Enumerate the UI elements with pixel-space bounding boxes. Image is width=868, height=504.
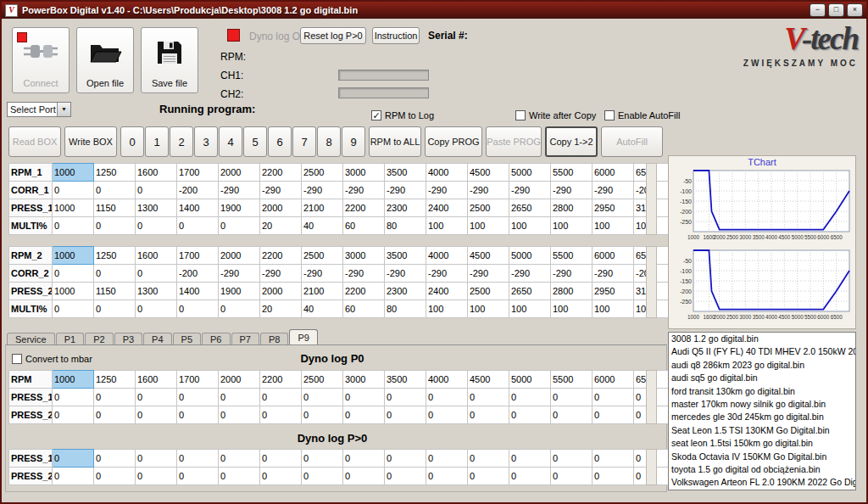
grid-cell[interactable]: 2000 [219, 164, 260, 182]
grid-cell[interactable]: -290 [426, 265, 468, 283]
grid-cell[interactable]: -290 [593, 265, 634, 283]
grid-cell[interactable]: 1300 [136, 199, 177, 217]
grid-cell[interactable]: 0 [53, 182, 94, 199]
grid-cell[interactable]: 2650 [509, 283, 551, 300]
grid-cell[interactable]: 2000 [260, 283, 302, 300]
grid-cell[interactable]: 0 [53, 265, 94, 283]
grid-cell[interactable]: 0 [53, 468, 94, 485]
grid-cell[interactable]: 40 [302, 217, 343, 235]
grid-cell[interactable]: -290 [551, 265, 593, 283]
maximize-button[interactable]: □ [828, 3, 844, 17]
grid-cell[interactable]: 1700 [177, 247, 219, 265]
grid-cell[interactable]: 100 [468, 217, 509, 235]
grid-cell[interactable]: 100 [551, 300, 593, 318]
grid-cell[interactable]: -290 [343, 182, 385, 199]
grid-cell[interactable]: 0 [302, 406, 343, 424]
grid-cell[interactable]: -290 [593, 182, 634, 199]
grid-cell[interactable]: 0 [426, 389, 468, 406]
file-list-item[interactable]: toyota 1.5 go digital od obciążenia.bin [669, 463, 855, 476]
grid-cell[interactable]: 0 [509, 389, 551, 406]
grid-cell[interactable]: 40 [302, 300, 343, 318]
copy-1-to-2-button[interactable]: Copy 1->2 [545, 126, 598, 157]
grid-cell[interactable]: 0 [94, 406, 136, 424]
grid-cell[interactable]: 0 [551, 468, 593, 485]
grid-cell[interactable]: 100 [426, 300, 468, 318]
grid-cell[interactable]: 1700 [177, 371, 219, 389]
grid-cell[interactable]: 4500 [468, 247, 509, 265]
grid-cell[interactable]: 4500 [468, 164, 509, 182]
grid-cell[interactable]: 6000 [593, 164, 634, 182]
grid-cell[interactable]: 0 [53, 389, 94, 406]
grid-cell[interactable]: -290 [509, 265, 551, 283]
grid-cell[interactable]: 6000 [593, 247, 634, 265]
grid-cell[interactable]: -200 [177, 265, 219, 283]
grid-cell[interactable]: -290 [509, 182, 551, 199]
grid-cell[interactable]: 0 [385, 406, 426, 424]
grid-cell[interactable]: 2200 [343, 283, 385, 300]
grid-cell[interactable]: 5500 [551, 247, 593, 265]
grid-cell[interactable]: 1250 [94, 247, 136, 265]
grid-cell[interactable]: 0 [302, 468, 343, 485]
grid-cell[interactable]: 5000 [509, 247, 551, 265]
grid-cell[interactable]: 3500 [385, 164, 426, 182]
grid-cell[interactable]: 1000 [53, 199, 94, 217]
grid-cell[interactable]: 1000 [53, 371, 94, 389]
grid-cell[interactable]: 0 [551, 389, 593, 406]
grid-cell[interactable]: 2650 [509, 199, 551, 217]
grid-cell[interactable]: 1250 [94, 371, 136, 389]
grid-cell[interactable]: 5500 [551, 164, 593, 182]
grid-cell[interactable]: 0 [94, 265, 136, 283]
num-button-3[interactable]: 3 [194, 126, 218, 157]
file-list-item[interactable]: seat leon 1.5tsi 150km go digital.bin [669, 437, 855, 450]
grid-cell[interactable]: 20 [260, 300, 302, 318]
grid-cell[interactable]: 0 [53, 450, 94, 468]
grid-cell[interactable]: 1400 [177, 199, 219, 217]
grid-cell[interactable]: 0 [593, 468, 634, 485]
file-list-item[interactable]: Skoda Octavia IV 150KM Go Digital.bin [669, 451, 855, 463]
grid-cell[interactable]: 2400 [426, 199, 468, 217]
file-list-item[interactable]: audi q8 286km 2023 go digital.bin [669, 359, 855, 372]
grid-cell[interactable]: 1300 [136, 283, 177, 300]
grid-cell[interactable]: 3500 [385, 371, 426, 389]
grid-cell[interactable]: 0 [136, 265, 177, 283]
grid-cell[interactable]: 0 [385, 450, 426, 468]
file-list-item[interactable]: mercedes gle 30d 245km go digital.bin [669, 411, 855, 423]
grid-cell[interactable]: 2800 [551, 283, 593, 300]
grid-cell[interactable]: 0 [343, 406, 385, 424]
grid-cell[interactable]: 1600 [136, 164, 177, 182]
grid-cell[interactable]: -290 [302, 182, 343, 199]
file-list-item[interactable]: ford transit 130km go digital.bin [669, 385, 855, 398]
grid-cell[interactable]: -290 [551, 182, 593, 199]
grid-cell[interactable]: 2300 [385, 199, 426, 217]
file-list-item[interactable]: master 170km nowy silnik go digital.bin [669, 398, 855, 411]
grid-cell[interactable]: 60 [343, 300, 385, 318]
enable-autofill-checkbox[interactable]: Enable AutoFill [604, 110, 680, 120]
grid-cell[interactable]: 100 [593, 300, 634, 318]
grid-cell[interactable]: 2100 [302, 199, 343, 217]
grid-cell[interactable]: 2200 [260, 247, 302, 265]
grid-cell[interactable]: 0 [94, 182, 136, 199]
grid-cell[interactable]: 0 [260, 450, 302, 468]
save-file-button[interactable]: Save file [141, 27, 198, 93]
grid-cell[interactable]: 0 [426, 450, 468, 468]
num-button-4[interactable]: 4 [219, 126, 242, 157]
grid-cell[interactable]: 1000 [53, 283, 94, 300]
grid-cell[interactable]: 0 [302, 450, 343, 468]
grid-cell[interactable]: 0 [219, 468, 260, 485]
file-list-item[interactable]: Seat Leon 1.5 TSI 130KM Go Digital.bin [669, 424, 855, 437]
grid-cell[interactable]: 0 [219, 300, 260, 318]
rpm-to-all-button[interactable]: RPM to ALL [369, 126, 421, 157]
grid-cell[interactable]: 0 [343, 450, 385, 468]
grid-cell[interactable]: 2500 [468, 199, 509, 217]
grid-cell[interactable]: 0 [509, 406, 551, 424]
grid-cell[interactable]: 0 [260, 389, 302, 406]
grid-cell[interactable]: 0 [468, 389, 509, 406]
grid-cell[interactable]: 0 [136, 300, 177, 318]
grid-cell[interactable]: 80 [385, 300, 426, 318]
grid-cell[interactable]: -200 [177, 182, 219, 199]
grid-cell[interactable]: 0 [219, 406, 260, 424]
grid-cell[interactable]: 1250 [94, 164, 136, 182]
grid-cell[interactable]: 1700 [177, 164, 219, 182]
grid-cell[interactable]: 0 [509, 468, 551, 485]
grid-cell[interactable]: 3000 [343, 247, 385, 265]
